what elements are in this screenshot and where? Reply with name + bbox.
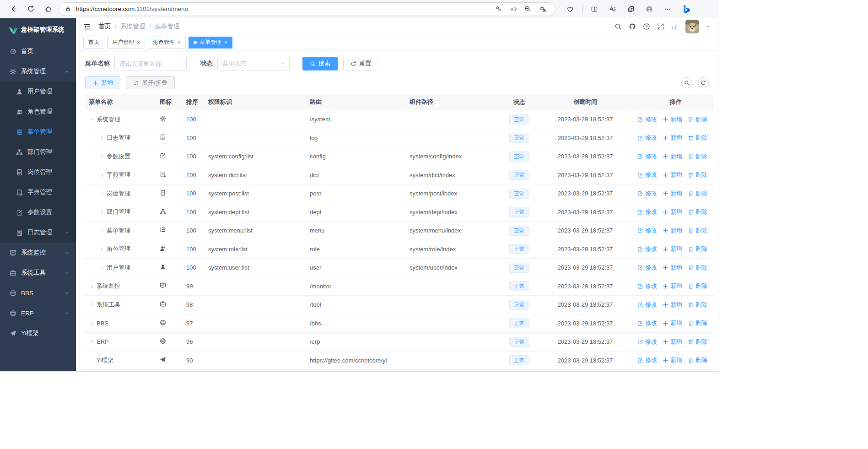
- edit-action[interactable]: 修改: [637, 134, 657, 142]
- add-action[interactable]: 新增: [663, 115, 682, 124]
- delete-action[interactable]: 删除: [688, 301, 707, 309]
- search-button[interactable]: 搜索: [302, 57, 338, 70]
- add-action[interactable]: 新增: [663, 134, 682, 142]
- sidebar-item-post-badge-6[interactable]: 岗位管理: [0, 162, 76, 182]
- tree-expand-icon[interactable]: [89, 339, 95, 344]
- add-action[interactable]: 新增: [663, 282, 682, 290]
- sidebar-item-org-tree-5[interactable]: 部门管理: [0, 142, 76, 162]
- sidebar-item-gear-1[interactable]: 系统管理: [0, 61, 76, 81]
- edit-action[interactable]: 修改: [637, 301, 657, 309]
- add-button[interactable]: 新增: [85, 76, 120, 89]
- sidebar-item-log-9[interactable]: 日志管理: [0, 222, 76, 243]
- tree-expand-icon[interactable]: [99, 135, 105, 141]
- edit-action[interactable]: 修改: [637, 152, 657, 161]
- sidebar-item-dict-book-7[interactable]: 字典管理: [0, 182, 76, 202]
- add-action[interactable]: 新增: [663, 245, 682, 253]
- search-icon[interactable]: [615, 23, 622, 30]
- help-icon[interactable]: [643, 23, 650, 30]
- tree-expand-icon[interactable]: [99, 228, 105, 233]
- add-action[interactable]: 新增: [663, 319, 682, 327]
- delete-action[interactable]: 删除: [688, 319, 707, 327]
- close-icon[interactable]: ×: [178, 39, 181, 46]
- add-action[interactable]: 新增: [663, 171, 682, 179]
- add-action[interactable]: 新增: [663, 356, 682, 364]
- sidebar-item-edit-square-8[interactable]: 参数设置: [0, 202, 76, 222]
- tab-2[interactable]: 角色管理×: [148, 37, 186, 49]
- sidebar-item-plane-14[interactable]: Yi框架: [0, 323, 76, 343]
- sidebar-item-toolbox-11[interactable]: 系统工具: [0, 263, 76, 283]
- delete-action[interactable]: 删除: [688, 356, 707, 364]
- add-action[interactable]: 新增: [663, 338, 682, 346]
- edit-action[interactable]: 修改: [637, 356, 657, 364]
- delete-action[interactable]: 删除: [688, 115, 707, 124]
- browser-essentials-icon[interactable]: [562, 2, 578, 16]
- delete-action[interactable]: 删除: [688, 245, 707, 253]
- sidebar-item-dashboard-0[interactable]: 首页: [0, 41, 76, 61]
- font-size-icon[interactable]: tT: [671, 23, 679, 30]
- collapse-sidebar-icon[interactable]: [83, 23, 91, 31]
- tree-expand-icon[interactable]: [99, 173, 105, 178]
- chevron-down-icon[interactable]: [706, 24, 711, 29]
- sidebar-item-users-3[interactable]: 角色管理: [0, 102, 76, 122]
- browser-back-button[interactable]: [5, 2, 22, 16]
- fullscreen-icon[interactable]: [657, 23, 664, 30]
- add-action[interactable]: 新增: [663, 189, 682, 198]
- edit-action[interactable]: 修改: [637, 189, 657, 198]
- add-action[interactable]: 新增: [663, 264, 682, 272]
- delete-action[interactable]: 删除: [688, 338, 707, 346]
- breadcrumb-item[interactable]: 系统管理: [120, 22, 145, 31]
- add-action[interactable]: 新增: [663, 152, 682, 161]
- address-bar[interactable]: https://ccnetcore.com:1101/system/menu A: [59, 2, 555, 16]
- add-action[interactable]: 新增: [663, 301, 682, 309]
- show-search-toggle-button[interactable]: [681, 77, 692, 88]
- close-icon[interactable]: ×: [224, 39, 227, 46]
- github-icon[interactable]: [629, 23, 636, 30]
- delete-action[interactable]: 删除: [688, 264, 707, 272]
- delete-action[interactable]: 删除: [688, 208, 707, 216]
- sidebar-item-user-2[interactable]: 用户管理: [0, 81, 76, 102]
- read-aloud-icon[interactable]: A: [506, 3, 520, 16]
- tree-expand-icon[interactable]: [99, 265, 105, 270]
- browser-home-button[interactable]: [39, 2, 57, 16]
- delete-action[interactable]: 删除: [688, 282, 707, 290]
- delete-action[interactable]: 删除: [688, 152, 707, 161]
- refresh-table-button[interactable]: [698, 77, 709, 88]
- edit-action[interactable]: 修改: [637, 208, 657, 216]
- edit-action[interactable]: 修改: [637, 282, 657, 290]
- tab-1[interactable]: 用户管理×: [107, 37, 145, 49]
- add-favorite-icon[interactable]: [535, 3, 550, 16]
- tree-expand-icon[interactable]: [89, 321, 95, 326]
- menu-name-input[interactable]: [114, 57, 187, 70]
- edit-action[interactable]: 修改: [637, 171, 657, 179]
- collections-icon[interactable]: [604, 2, 621, 16]
- tree-expand-icon[interactable]: [99, 210, 105, 215]
- breadcrumb-item[interactable]: 菜单管理: [155, 22, 180, 31]
- breadcrumb-item[interactable]: 首页: [98, 22, 111, 31]
- tree-expand-icon[interactable]: [99, 247, 105, 252]
- tree-expand-icon[interactable]: [99, 154, 105, 159]
- reset-button[interactable]: 重置: [343, 57, 378, 70]
- edit-action[interactable]: 修改: [637, 115, 657, 124]
- close-icon[interactable]: ×: [137, 39, 140, 46]
- edit-action[interactable]: 修改: [637, 227, 657, 235]
- browser-refresh-button[interactable]: [22, 2, 39, 16]
- expand-collapse-button[interactable]: 展开/折叠: [126, 76, 175, 89]
- sidebar-item-monitor-10[interactable]: 系统监控: [0, 243, 76, 263]
- password-key-icon[interactable]: [491, 3, 506, 16]
- profile-avatar-icon[interactable]: [641, 2, 658, 16]
- tree-expand-icon[interactable]: [99, 191, 105, 196]
- site-lock-icon[interactable]: [65, 5, 71, 12]
- sidebar-item-globe-12[interactable]: BBS: [0, 283, 76, 303]
- tab-3[interactable]: 菜单管理×: [189, 37, 232, 49]
- delete-action[interactable]: 删除: [688, 134, 707, 142]
- zoom-out-icon[interactable]: [520, 3, 535, 16]
- tab-copy-icon[interactable]: [623, 2, 639, 16]
- edit-action[interactable]: 修改: [637, 264, 657, 272]
- tab-0[interactable]: 首页: [83, 37, 104, 49]
- bing-chat-icon[interactable]: [680, 3, 692, 15]
- add-action[interactable]: 新增: [663, 208, 682, 216]
- split-screen-icon[interactable]: [586, 2, 603, 16]
- edit-action[interactable]: 修改: [637, 245, 657, 253]
- sidebar-item-menu-list-4[interactable]: 菜单管理: [0, 122, 76, 142]
- edit-action[interactable]: 修改: [637, 338, 657, 346]
